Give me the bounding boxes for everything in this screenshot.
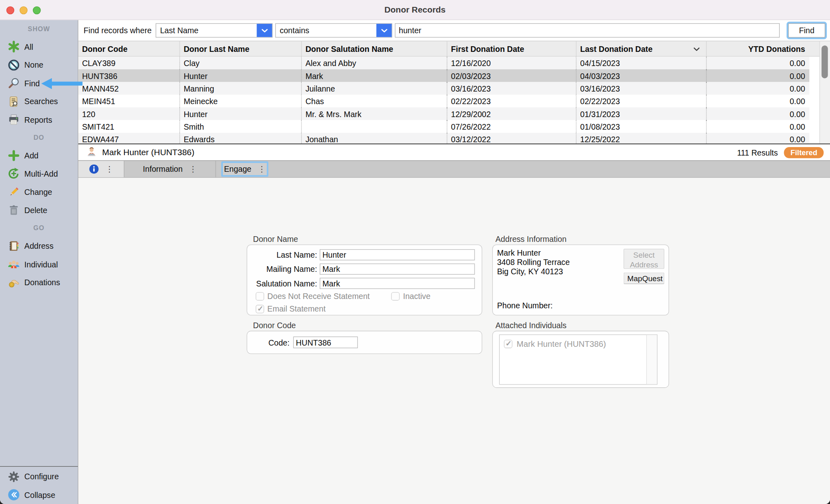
zoom-window-button[interactable]	[33, 6, 41, 14]
column-header-label: Donor Last Name	[184, 45, 249, 53]
window-title: Donor Records	[0, 5, 830, 15]
sidebar-item-none[interactable]: None	[0, 56, 78, 74]
checkbox-icon	[504, 340, 512, 348]
sidebar-item-delete[interactable]: Delete	[0, 201, 78, 219]
table-cell: HUNT386	[78, 69, 180, 82]
tab-menu-icon[interactable]: ⋮	[258, 164, 266, 174]
address-line: Big City, KY 40123	[497, 267, 569, 276]
sidebar-item-label: None	[24, 60, 43, 69]
table-cell: 04/15/2023	[576, 57, 706, 69]
attached-individual-item: Mark Hunter (HUNT386)	[500, 335, 657, 349]
table-cell: Chas	[302, 95, 447, 107]
sidebar-item-individual[interactable]: Individual	[0, 255, 78, 273]
table-row-mann452[interactable]: MANN452ManningJuilanne03/16/202303/16/20…	[78, 82, 809, 94]
scrollbar-thumb[interactable]	[821, 45, 828, 78]
record-header: Mark Hunter (HUNT386) 111 Results Filter…	[78, 145, 830, 160]
table-cell: 07/26/2022	[447, 120, 577, 132]
filtered-badge: Filtered	[784, 147, 824, 158]
table-row-edwa447[interactable]: EDWA447EdwardsJonathan03/12/202212/25/20…	[78, 133, 809, 143]
attached-individual-label: Mark Hunter (HUNT386)	[517, 339, 606, 349]
minimize-window-button[interactable]	[19, 6, 28, 14]
checkbox-label: Inactive	[403, 292, 431, 301]
sidebar-item-configure[interactable]: Configure	[0, 468, 78, 486]
table-row-clay389[interactable]: CLAY389ClayAlex and Abby12/16/202004/15/…	[78, 57, 809, 69]
table-cell: 12/29/2002	[447, 107, 577, 120]
find-annotation-arrow-icon	[41, 77, 83, 90]
column-header-first-donation-date[interactable]: First Donation Date	[447, 41, 577, 57]
sidebar-item-label: Reports	[24, 115, 52, 124]
sidebar-item-collapse[interactable]: Collapse	[0, 486, 78, 504]
sidebar-section-label-go: GO	[0, 219, 78, 237]
mapquest-button[interactable]: MapQuest	[624, 273, 665, 284]
address-line: Mark Hunter	[497, 248, 569, 258]
sidebar-item-donations[interactable]: Donations	[0, 273, 78, 292]
table-scrollbar[interactable]	[819, 41, 830, 143]
info-tab[interactable]: ⋮	[78, 161, 124, 177]
table-cell: 120	[78, 107, 180, 120]
gear-icon	[7, 470, 21, 484]
table-cell: Smith	[180, 120, 302, 132]
table-row-smit421[interactable]: SMIT421Smith07/26/202201/08/20230.00	[78, 120, 809, 132]
tab-separator	[216, 161, 216, 177]
column-header-donor-code[interactable]: Donor Code	[78, 41, 180, 57]
tab-menu-icon[interactable]: ⋮	[105, 164, 113, 174]
sidebar: SHOWAllNoneFindSearchesReportsDOAddMulti…	[0, 20, 78, 504]
phone-number-label: Phone Number:	[497, 301, 552, 310]
select-address-button: SelectAddress	[624, 249, 665, 269]
table-body: CLAY389ClayAlex and Abby12/16/202004/15/…	[78, 57, 830, 143]
column-header-label: Last Donation Date	[580, 45, 653, 53]
results-count: 111 Results	[737, 148, 778, 157]
table-cell: 04/03/2023	[576, 69, 706, 82]
table-row-120[interactable]: 120HunterMr. & Mrs. Mark12/29/200201/31/…	[78, 107, 809, 120]
salutation-name--input[interactable]	[320, 278, 475, 288]
engage-tab-content: Donor Name Last Name:Mailing Name:Saluta…	[78, 178, 830, 504]
column-header-last-donation-date[interactable]: Last Donation Date	[576, 41, 706, 57]
checkbox-icon	[256, 292, 264, 300]
field-select[interactable]: Last Name	[156, 23, 273, 37]
column-header-donor-last-name[interactable]: Donor Last Name	[180, 41, 302, 57]
tab-engage[interactable]: Engage⋮	[221, 161, 268, 177]
table-cell	[302, 120, 447, 132]
table-cell: 0.00	[707, 57, 809, 69]
table-row-mein451[interactable]: MEIN451MeineckeChas02/22/202302/22/20230…	[78, 95, 809, 107]
sidebar-item-change[interactable]: Change	[0, 183, 78, 201]
table-cell: 0.00	[707, 95, 809, 107]
table-cell: Clay	[180, 57, 302, 69]
sidebar-item-searches[interactable]: Searches	[0, 92, 78, 111]
checkbox-icon	[256, 305, 264, 313]
table-row-hunt386[interactable]: HUNT386HunterMark02/03/202304/03/20230.0…	[78, 69, 809, 82]
address-text: Mark Hunter3408 Rolling TerraceBig City,…	[497, 248, 569, 276]
table-cell: Hunter	[180, 69, 302, 82]
sidebar-item-all[interactable]: All	[0, 38, 78, 56]
chevron-down-icon	[257, 24, 272, 37]
tab-menu-icon[interactable]: ⋮	[189, 164, 197, 174]
sidebar-item-reports[interactable]: Reports	[0, 111, 78, 129]
table-cell: 03/12/2022	[447, 133, 577, 143]
checkbox-label: Does Not Receive Statement	[267, 292, 370, 301]
sidebar-item-add[interactable]: Add	[0, 146, 78, 164]
table-header: Donor CodeDonor Last NameDonor Salutatio…	[78, 41, 830, 57]
column-header-ytd-donations[interactable]: YTD Donations	[707, 41, 809, 57]
sidebar-item-multi-add[interactable]: Multi-Add	[0, 164, 78, 183]
mailing-name--input[interactable]	[320, 263, 475, 274]
attached-individuals-section-label: Attached Individuals	[496, 321, 567, 330]
info-icon	[89, 164, 99, 174]
field-label-last-name-: Last Name:	[247, 250, 317, 259]
column-header-label: YTD Donations	[748, 45, 805, 53]
column-header-donor-salutation-name[interactable]: Donor Salutation Name	[302, 41, 447, 57]
chevron-down-icon	[376, 24, 392, 37]
last-name--input[interactable]	[320, 249, 475, 260]
operator-select-value: contains	[276, 26, 376, 35]
list-scrollbar[interactable]	[646, 335, 657, 384]
tab-label: Information	[143, 164, 183, 173]
donor-code-input[interactable]	[293, 337, 358, 348]
table-cell: Mr. & Mrs. Mark	[302, 107, 447, 120]
attached-individuals-list: Mark Hunter (HUNT386)	[499, 334, 658, 384]
tab-information[interactable]: Information⋮	[124, 161, 216, 177]
sidebar-item-address[interactable]: Address	[0, 237, 78, 255]
add-icon	[7, 149, 21, 162]
search-input[interactable]	[395, 23, 780, 37]
operator-select[interactable]: contains	[276, 23, 393, 37]
close-window-button[interactable]	[6, 6, 15, 14]
find-button[interactable]: Find	[788, 23, 825, 37]
